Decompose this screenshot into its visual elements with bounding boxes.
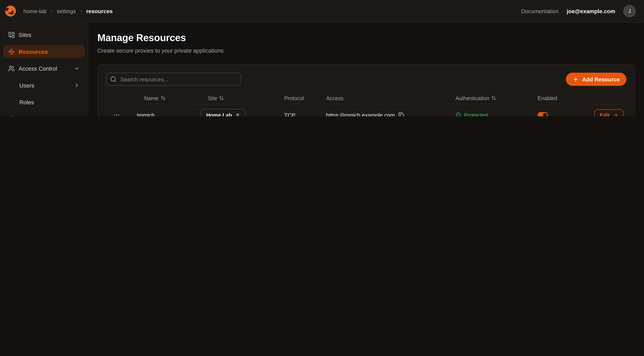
- breadcrumb-item-home-lab[interactable]: home-lab: [23, 8, 46, 14]
- resources-toolbar: Add Resource: [106, 72, 626, 86]
- shield-check-icon: [456, 112, 461, 116]
- column-header-protocol: Protocol: [284, 95, 326, 101]
- breadcrumb-item-settings[interactable]: settings: [57, 8, 76, 14]
- external-arrow-icon: [235, 112, 240, 116]
- column-header-enabled: Enabled: [538, 95, 594, 101]
- access-cell: https://immich.example.com: [326, 112, 456, 116]
- sidebar-item-roles[interactable]: Roles: [3, 95, 84, 109]
- sort-icon: [491, 96, 496, 101]
- main-content: Manage Resources Create secure proxies t…: [88, 22, 644, 116]
- sidebar-item-sites[interactable]: Sites: [3, 28, 84, 42]
- sort-icon: [160, 96, 166, 101]
- row-menu-cell: [106, 111, 137, 116]
- access-value: https://immich.example.com: [326, 112, 395, 116]
- shell: SitesResourcesAccess ControlUsersRolesSh…: [0, 22, 644, 116]
- topbar-right: Documentation joe@example.com J: [521, 5, 636, 17]
- column-header-site[interactable]: Site: [200, 95, 284, 101]
- site-link-button[interactable]: Home Lab: [200, 109, 246, 116]
- breadcrumb-separator-icon: [50, 9, 54, 14]
- sidebar: SitesResourcesAccess ControlUsersRolesSh…: [0, 22, 88, 116]
- plus-icon: [573, 76, 579, 82]
- column-header-label: Access: [326, 95, 343, 101]
- add-resource-button[interactable]: Add Resource: [566, 72, 626, 86]
- link-icon: [8, 116, 15, 116]
- copy-icon[interactable]: [398, 112, 404, 116]
- site-link-label: Home Lab: [206, 112, 232, 116]
- authentication-label: Protected: [464, 112, 488, 116]
- avatar[interactable]: J: [624, 5, 636, 17]
- add-resource-label: Add Resource: [582, 76, 620, 82]
- row-menu-button[interactable]: [112, 111, 121, 116]
- search-wrap: [106, 72, 241, 86]
- resources-card: Add Resource NameSiteProtocolAccessAuthe…: [97, 64, 635, 116]
- sidebar-item-access-control[interactable]: Access Control: [3, 62, 84, 75]
- edit-button-label: Edit: [600, 112, 610, 116]
- column-header-label: Name: [144, 95, 158, 101]
- column-header-auth[interactable]: Authentication: [456, 95, 538, 101]
- sidebar-item-label: Users: [19, 82, 34, 88]
- protocol-value: TCP: [284, 112, 326, 116]
- chevron-right-icon: [74, 82, 80, 88]
- authentication-badge: Protected: [456, 112, 538, 116]
- documentation-link[interactable]: Documentation: [521, 8, 558, 14]
- breadcrumb: home-labsettingsresources: [23, 8, 113, 14]
- table-body: ImmichHome LabTCPhttps://immich.example.…: [106, 104, 626, 116]
- sidebar-item-users[interactable]: Users: [3, 78, 84, 92]
- site-cell: Home Lab: [200, 109, 284, 116]
- edit-arrow-icon: [612, 112, 618, 116]
- search-icon: [110, 76, 117, 82]
- sites-icon: [8, 32, 15, 38]
- page-title: Manage Resources: [97, 32, 635, 44]
- toggle-knob: [543, 113, 547, 116]
- sidebar-item-label: Shareable Links: [18, 116, 60, 116]
- app-logo-icon[interactable]: [3, 4, 17, 18]
- sidebar-item-resources[interactable]: Resources: [3, 45, 84, 58]
- enabled-toggle[interactable]: [538, 112, 548, 116]
- breadcrumb-separator-icon: [79, 9, 83, 14]
- app-root: home-labsettingsresources Documentation …: [0, 0, 644, 116]
- column-header-label: Authentication: [456, 95, 489, 101]
- access-control-icon: [8, 65, 15, 72]
- sidebar-item-label: Sites: [18, 32, 31, 38]
- column-header-access: Access: [326, 95, 456, 101]
- table-header: NameSiteProtocolAccessAuthenticationEnab…: [106, 92, 626, 104]
- enabled-cell: [538, 112, 594, 116]
- sidebar-item-label: Roles: [19, 99, 34, 106]
- sidebar-item-label: Resources: [18, 48, 48, 55]
- page-subtitle: Create secure proxies to your private ap…: [97, 47, 635, 54]
- search-input[interactable]: [106, 72, 241, 86]
- sidebar-nav: SitesResourcesAccess ControlUsersRolesSh…: [0, 22, 88, 116]
- sidebar-item-shareable-links[interactable]: Shareable Links: [3, 112, 84, 116]
- sidebar-item-label: Access Control: [18, 65, 57, 72]
- topbar: home-labsettingsresources Documentation …: [0, 0, 644, 22]
- edit-cell: Edit: [594, 109, 629, 116]
- table-row: ImmichHome LabTCPhttps://immich.example.…: [106, 104, 626, 116]
- column-header-name[interactable]: Name: [137, 95, 200, 101]
- user-email: joe@example.com: [567, 8, 615, 14]
- edit-button[interactable]: Edit: [594, 109, 623, 116]
- resources-icon: [8, 48, 15, 55]
- chevron-down-icon: [74, 66, 80, 71]
- sort-icon: [219, 96, 224, 101]
- breadcrumb-item-resources: resources: [86, 8, 113, 14]
- resource-name: Immich: [137, 112, 200, 116]
- column-header-label: Site: [208, 95, 217, 101]
- column-header-label: Enabled: [538, 95, 557, 101]
- column-header-label: Protocol: [284, 95, 304, 101]
